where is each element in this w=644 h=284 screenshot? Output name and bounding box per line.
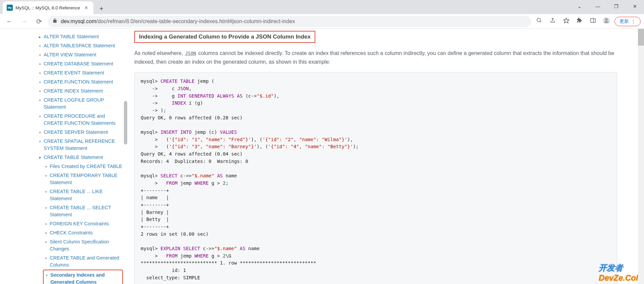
svg-line-1 <box>540 21 541 22</box>
caret-icon: ▾ <box>39 154 44 161</box>
menu-dots-icon: ⋮ <box>631 19 636 24</box>
sidebar-link[interactable]: CREATE EVENT Statement <box>44 69 104 76</box>
close-window-button[interactable]: ✕ <box>626 0 644 13</box>
profile-avatar-icon[interactable] <box>601 17 612 26</box>
bullet-icon: ● <box>39 138 44 144</box>
section-heading-box: Indexing a Generated Column to Provide a… <box>134 31 315 43</box>
bullet-icon: ● <box>39 69 44 76</box>
sidebar-item[interactable]: ●Silent Column Specification Changes <box>45 237 123 253</box>
sidebar-item[interactable]: ●CREATE TABLE ... LIKE Statement <box>45 187 123 203</box>
sidebar-link[interactable]: ALTER TABLESPACE Statement <box>44 42 115 49</box>
bullet-icon: ● <box>46 272 50 278</box>
share-icon[interactable] <box>547 17 558 25</box>
bullet-icon: ● <box>45 172 50 178</box>
bullet-icon: ● <box>39 88 44 94</box>
sidebar-link[interactable]: CREATE TEMPORARY TABLE Statement <box>50 172 123 186</box>
maximize-button[interactable]: ❐ <box>607 0 626 13</box>
sidebar-item[interactable]: ●CREATE TEMPORARY TABLE Statement <box>45 171 123 187</box>
new-tab-button[interactable]: + <box>96 3 107 14</box>
page-scrollbar[interactable] <box>638 29 644 284</box>
bullet-icon: ● <box>45 229 50 236</box>
sidebar-link[interactable]: Files Created by CREATE TABLE <box>50 163 122 170</box>
bullet-icon: ● <box>39 60 44 67</box>
sidebar-scrollbar[interactable] <box>124 29 128 284</box>
sidebar-link[interactable]: CREATE TABLE and Generated Columns <box>50 254 123 269</box>
sidebar-link[interactable]: CREATE SERVER Statement <box>44 129 108 136</box>
bullet-icon: ● <box>45 204 50 211</box>
sidebar-wrap: ▸ALTER TABLE Statement●ALTER TABLESPACE … <box>0 29 128 284</box>
minimize-button[interactable]: — <box>589 0 607 13</box>
sidebar-link[interactable]: CREATE DATABASE Statement <box>44 60 113 67</box>
sidebar-item[interactable]: ●CHECK Constraints <box>45 228 123 237</box>
sidebar-link[interactable]: Silent Column Specification Changes <box>50 238 123 252</box>
page-scroll-thumb[interactable] <box>638 29 644 46</box>
sidebar-link[interactable]: CREATE LOGFILE GROUP Statement <box>44 97 123 111</box>
bookmark-star-icon[interactable] <box>561 17 571 25</box>
sidebar-link[interactable]: FOREIGN KEY Constraints <box>50 220 109 227</box>
sidebar-item[interactable]: ●CREATE INDEX Statement <box>39 87 123 96</box>
bullet-icon: ● <box>39 78 44 85</box>
sidebar-item[interactable]: ●ALTER TABLESPACE Statement <box>39 41 123 50</box>
browser-tab[interactable]: My MySQL :: MySQL 8.0 Reference × <box>3 1 93 14</box>
bullet-icon: ● <box>45 220 50 227</box>
sidebar-link[interactable]: CREATE TABLE ... LIKE Statement <box>50 188 123 202</box>
bullet-icon: ● <box>39 113 44 119</box>
sidebar-item[interactable]: ●ALTER VIEW Statement <box>39 50 123 59</box>
mysql-favicon: My <box>7 5 13 11</box>
sidebar-item[interactable]: ●CREATE LOGFILE GROUP Statement <box>39 96 123 112</box>
sidebar-item[interactable]: ●CREATE SPATIAL REFERENCE SYSTEM Stateme… <box>39 137 123 153</box>
forward-button[interactable]: → <box>18 15 30 27</box>
sidebar-link[interactable]: CREATE SPATIAL REFERENCE SYSTEM Statemen… <box>44 138 123 152</box>
sidebar-link[interactable]: CREATE INDEX Statement <box>44 88 103 95</box>
sidebar-link[interactable]: CREATE TABLE Statement <box>44 154 103 161</box>
reload-button[interactable]: ⟳ <box>33 15 45 27</box>
main-container: ▸ALTER TABLE Statement●ALTER TABLESPACE … <box>0 29 644 284</box>
bullet-icon: ● <box>39 129 44 135</box>
sidebar-item[interactable]: ●Secondary Indexes and Generated Columns <box>43 270 123 284</box>
doc-sidebar: ▸ALTER TABLE Statement●ALTER TABLESPACE … <box>37 29 128 284</box>
tab-dropdown[interactable]: ⌄ <box>570 0 589 13</box>
window-controls: ⌄ — ❐ ✕ <box>570 0 644 13</box>
bullet-icon: ● <box>39 42 44 49</box>
bullet-icon: ● <box>45 188 50 194</box>
intro-paragraph: As noted elsewhere, JSON columns cannot … <box>134 49 617 66</box>
sidebar-link[interactable]: ALTER VIEW Statement <box>44 51 96 58</box>
svg-rect-3 <box>591 18 595 22</box>
sidebar-item[interactable]: ●CREATE DATABASE Statement <box>39 59 123 68</box>
sidebar-item[interactable]: ▸ALTER TABLE Statement <box>39 32 123 41</box>
address-bar[interactable]: dev.mysql.com/doc/refman/8.0/en/create-t… <box>48 16 531 27</box>
sidebar-item[interactable]: ▾CREATE TABLE Statement <box>39 153 123 162</box>
tab-bar: My MySQL :: MySQL 8.0 Reference × + <box>0 0 644 14</box>
close-tab-icon[interactable]: × <box>83 4 89 11</box>
sidebar-item[interactable]: ●CREATE SERVER Statement <box>39 128 123 137</box>
sidebar-link[interactable]: CHECK Constraints <box>50 229 93 236</box>
sidebar-link[interactable]: Secondary Indexes and Generated Columns <box>50 272 120 284</box>
bullet-icon: ● <box>45 254 50 261</box>
update-label: 更新 <box>619 18 629 24</box>
zoom-icon[interactable] <box>534 17 545 25</box>
caret-icon: ▸ <box>39 33 44 40</box>
address-bar-row: ← → ⟳ dev.mysql.com/doc/refman/8.0/en/cr… <box>0 14 644 29</box>
sidebar-item[interactable]: ●CREATE TABLE and Generated Columns <box>45 253 123 270</box>
sidebar-link[interactable]: CREATE FUNCTION Statement <box>44 78 113 86</box>
sidebar-item[interactable]: ●CREATE PROCEDURE and CREATE FUNCTION St… <box>39 112 123 128</box>
sidebar-item[interactable]: ●CREATE FUNCTION Statement <box>39 77 123 87</box>
content-area: Indexing a Generated Column to Provide a… <box>128 29 644 284</box>
bullet-icon: ● <box>45 163 50 169</box>
bullet-icon: ● <box>39 51 44 58</box>
sidebar-link[interactable]: CREATE TABLE ... SELECT Statement <box>50 204 123 218</box>
json-code: JSON <box>184 51 197 56</box>
sidebar-item[interactable]: ●CREATE EVENT Statement <box>39 68 123 77</box>
sidebar-link[interactable]: ALTER TABLE Statement <box>44 33 99 40</box>
extensions-icon[interactable] <box>574 17 585 25</box>
svg-point-0 <box>537 18 541 22</box>
back-button[interactable]: ← <box>3 15 15 27</box>
url-text: dev.mysql.com/doc/refman/8.0/en/create-t… <box>61 18 526 24</box>
sidebar-scroll-thumb[interactable] <box>124 101 127 145</box>
update-button[interactable]: 更新 ⋮ <box>614 17 641 26</box>
sidebar-item[interactable]: ●CREATE TABLE ... SELECT Statement <box>45 203 123 219</box>
sidebar-item[interactable]: ●Files Created by CREATE TABLE <box>45 162 123 171</box>
side-panel-icon[interactable] <box>588 17 598 25</box>
sidebar-item[interactable]: ●FOREIGN KEY Constraints <box>45 219 123 228</box>
sidebar-link[interactable]: CREATE PROCEDURE and CREATE FUNCTION Sta… <box>44 113 123 127</box>
